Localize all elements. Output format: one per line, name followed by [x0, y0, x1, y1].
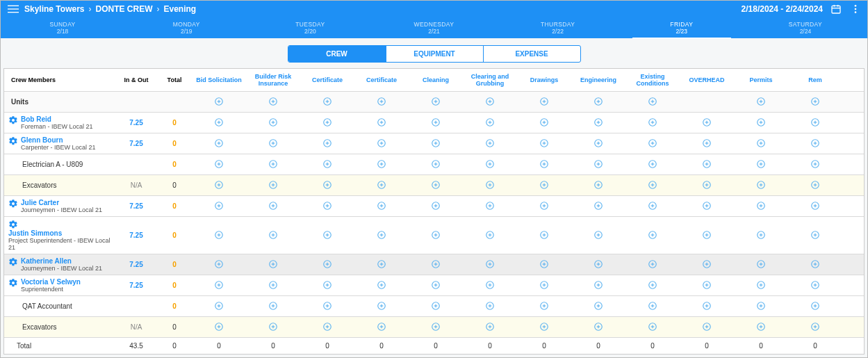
add-icon[interactable] [430, 229, 441, 241]
add-icon[interactable] [593, 117, 604, 128]
add-icon[interactable] [755, 200, 767, 211]
add-icon[interactable] [593, 321, 604, 332]
add-icon[interactable] [430, 300, 441, 311]
add-icon[interactable] [430, 321, 441, 332]
add-icon[interactable] [322, 321, 333, 332]
add-icon[interactable] [430, 200, 441, 211]
crew-name[interactable]: Voctoria V Selwyn [21, 278, 81, 286]
in-out-cell[interactable]: 7.25 [115, 133, 157, 154]
add-icon[interactable] [701, 158, 712, 170]
add-icon[interactable] [430, 158, 441, 170]
add-icon[interactable] [810, 158, 821, 170]
add-icon[interactable] [593, 300, 604, 311]
day-tab[interactable]: THURSDAY2/22 [496, 17, 620, 38]
col-task[interactable]: Builder Risk Insurance [246, 69, 300, 92]
add-icon[interactable] [647, 179, 658, 190]
add-icon[interactable] [484, 200, 496, 211]
add-icon[interactable] [701, 117, 712, 128]
more-vert-icon[interactable] [849, 3, 862, 15]
col-task[interactable]: Engineering [571, 69, 625, 92]
add-icon[interactable] [755, 117, 767, 128]
add-icon[interactable] [484, 96, 496, 107]
add-icon[interactable] [755, 138, 767, 149]
add-icon[interactable] [755, 158, 767, 170]
add-icon[interactable] [322, 179, 333, 190]
add-icon[interactable] [484, 279, 496, 291]
add-icon[interactable] [701, 300, 712, 311]
add-icon[interactable] [539, 96, 550, 107]
add-icon[interactable] [376, 179, 387, 190]
crew-name[interactable]: Julie Carter [21, 199, 102, 206]
add-icon[interactable] [647, 300, 658, 311]
add-icon[interactable] [484, 321, 496, 332]
add-icon[interactable] [268, 229, 279, 241]
gear-icon[interactable] [8, 257, 18, 267]
add-icon[interactable] [755, 300, 767, 311]
gear-icon[interactable] [8, 220, 18, 229]
add-icon[interactable] [430, 117, 441, 128]
add-icon[interactable] [376, 117, 387, 128]
add-icon[interactable] [647, 279, 658, 291]
add-icon[interactable] [539, 300, 550, 311]
add-icon[interactable] [539, 279, 550, 291]
add-icon[interactable] [213, 300, 224, 311]
col-task[interactable]: Permits [734, 69, 788, 92]
add-icon[interactable] [430, 96, 441, 107]
add-icon[interactable] [810, 229, 821, 241]
add-icon[interactable] [268, 179, 279, 190]
add-icon[interactable] [647, 229, 658, 241]
timesheet-table-wrap[interactable]: Crew MembersIn & OutTotalBid Solicitatio… [3, 68, 865, 355]
add-icon[interactable] [539, 321, 550, 332]
add-icon[interactable] [484, 179, 496, 190]
day-tab[interactable]: SUNDAY2/18 [1, 17, 124, 38]
col-task[interactable]: Rem [788, 69, 842, 92]
add-icon[interactable] [755, 279, 767, 291]
add-icon[interactable] [539, 229, 550, 241]
gear-icon[interactable] [8, 199, 18, 209]
add-icon[interactable] [755, 179, 767, 190]
add-icon[interactable] [484, 259, 496, 270]
add-icon[interactable] [647, 117, 658, 128]
add-icon[interactable] [810, 179, 821, 190]
add-icon[interactable] [213, 229, 224, 241]
add-icon[interactable] [755, 321, 767, 332]
add-icon[interactable] [539, 259, 550, 270]
add-icon[interactable] [755, 259, 767, 270]
add-icon[interactable] [322, 138, 333, 149]
day-tab[interactable]: WEDNESDAY2/21 [372, 17, 496, 38]
add-icon[interactable] [430, 138, 441, 149]
add-icon[interactable] [322, 300, 333, 311]
col-task[interactable]: Drawings [517, 69, 571, 92]
add-icon[interactable] [539, 200, 550, 211]
crew-name[interactable]: Justin Simmons [8, 229, 113, 237]
add-icon[interactable] [484, 300, 496, 311]
tab-crew[interactable]: CREW [288, 46, 386, 62]
add-icon[interactable] [593, 229, 604, 241]
crew-name[interactable]: Glenn Bourn [21, 136, 96, 144]
in-out-cell[interactable]: 7.25 [115, 254, 157, 275]
add-icon[interactable] [701, 179, 712, 190]
add-icon[interactable] [701, 200, 712, 211]
add-icon[interactable] [593, 158, 604, 170]
add-icon[interactable] [701, 321, 712, 332]
add-icon[interactable] [213, 117, 224, 128]
col-task[interactable]: OVERHEAD [680, 69, 734, 92]
add-icon[interactable] [376, 200, 387, 211]
add-icon[interactable] [810, 321, 821, 332]
add-icon[interactable] [268, 158, 279, 170]
add-icon[interactable] [539, 158, 550, 170]
day-tab[interactable]: FRIDAY2/23 [620, 17, 744, 38]
add-icon[interactable] [647, 158, 658, 170]
add-icon[interactable] [268, 279, 279, 291]
add-icon[interactable] [268, 259, 279, 270]
add-icon[interactable] [755, 96, 767, 107]
add-icon[interactable] [810, 200, 821, 211]
add-icon[interactable] [213, 279, 224, 291]
add-icon[interactable] [539, 179, 550, 190]
calendar-icon[interactable] [830, 3, 842, 15]
add-icon[interactable] [701, 279, 712, 291]
add-icon[interactable] [647, 259, 658, 270]
col-task[interactable]: Certificate [300, 69, 354, 92]
tab-expense[interactable]: EXPENSE [483, 46, 580, 62]
in-out-cell[interactable]: 7.25 [115, 217, 157, 254]
